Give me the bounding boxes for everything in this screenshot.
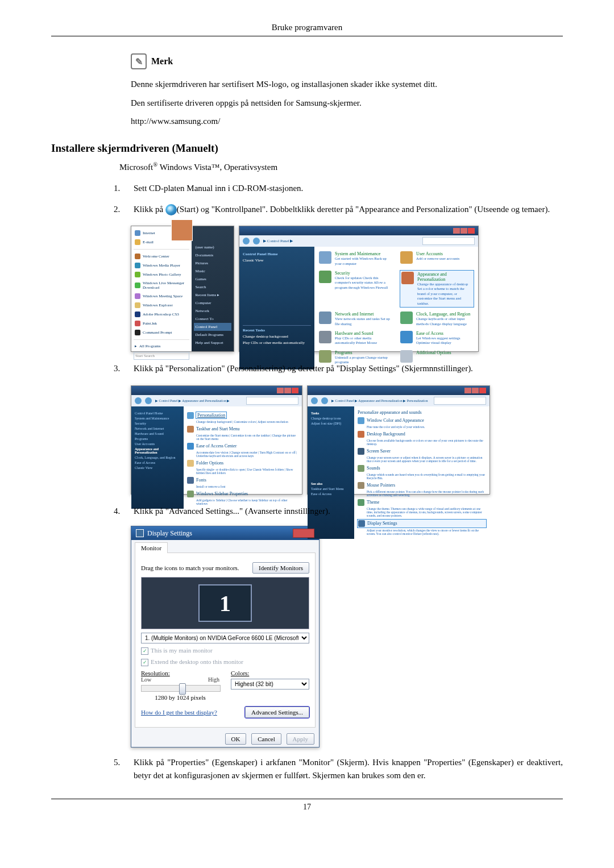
side-clock[interactable]: Clock, Language, and Region <box>135 456 180 459</box>
search-input[interactable] <box>434 397 486 405</box>
task-icons[interactable]: Change desktop icons <box>311 417 351 420</box>
link-personalization[interactable]: Personalization <box>187 412 298 419</box>
advanced-settings-button[interactable]: Advanced Settings... <box>245 707 309 718</box>
nav-back-icon[interactable] <box>311 397 318 404</box>
sm-meeting[interactable]: Windows Meeting Space <box>134 292 189 301</box>
sm-explorer[interactable]: Windows Explorer <box>134 301 189 310</box>
ease-icon <box>187 443 194 450</box>
sm-photo[interactable]: Windows Photo Gallery <box>134 270 189 279</box>
link-folder[interactable]: Folder Options <box>187 460 298 467</box>
sm-docs[interactable]: Documents <box>194 251 231 259</box>
cat-system[interactable]: System and MaintenanceGet started with W… <box>319 251 392 266</box>
nav-fwd-icon[interactable] <box>253 238 260 244</box>
side-sec[interactable]: Security <box>135 422 180 425</box>
cat-clock[interactable]: Clock, Language, and RegionChange keyboa… <box>400 312 474 326</box>
sm-recent[interactable]: Recent Items ▸ <box>194 291 231 299</box>
side-classic[interactable]: Classic View <box>135 466 180 470</box>
link-sounds[interactable]: Sounds <box>358 465 486 472</box>
breadcrumb[interactable]: ▶ Control Panel ▶ Appearance and Persona… <box>155 398 230 402</box>
chk-extend-label: Extend the desktop onto this monitor <box>151 658 243 665</box>
sm-user[interactable]: (user name) <box>194 243 231 251</box>
sm-paint[interactable]: Paint.lnk <box>134 319 189 328</box>
tab-monitor[interactable]: Monitor <box>135 542 168 553</box>
monitor-layout-area[interactable]: 1 <box>141 577 309 629</box>
link-sidebar[interactable]: Windows Sidebar Properties <box>187 491 298 497</box>
sm-msg[interactable]: Windows Live Messenger Download <box>134 279 189 292</box>
welcome-icon <box>135 254 140 259</box>
sm-pics[interactable]: Pictures <box>194 259 231 267</box>
cat-users[interactable]: User AccountsAdd or remove user accounts <box>400 251 474 266</box>
sm-games[interactable]: Games <box>194 275 231 283</box>
cat-network[interactable]: Network and InternetView network status … <box>319 312 392 326</box>
cp-side-title[interactable]: Control Panel Home <box>243 252 311 256</box>
side-ease[interactable]: Ease of Access <box>135 461 180 464</box>
sm-music[interactable]: Music <box>194 267 231 275</box>
help-link[interactable]: How do I get the best display? <box>141 709 217 716</box>
nav-fwd-icon[interactable] <box>321 397 328 404</box>
sm-search[interactable]: Search <box>194 283 231 291</box>
colors-select[interactable]: Highest (32 bit) <box>231 679 309 690</box>
page-number: 17 <box>303 803 311 811</box>
side-hw[interactable]: Hardware and Sound <box>135 432 180 435</box>
sm-allprograms[interactable]: ▸ All Programs <box>134 342 189 350</box>
link-ease[interactable]: Ease of Access Center <box>187 443 298 450</box>
close-icon[interactable] <box>293 529 314 538</box>
side-net[interactable]: Network and Internet <box>135 427 180 430</box>
link-mouse[interactable]: Mouse Pointers <box>358 482 486 489</box>
cat-ease[interactable]: Ease of AccessLet Windows suggest settin… <box>400 331 474 346</box>
sm-help[interactable]: Help and Support <box>194 339 231 347</box>
sm-defprog[interactable]: Default Programs <box>194 331 231 339</box>
cat-security[interactable]: SecurityCheck for updates Check this com… <box>319 271 392 307</box>
side-users[interactable]: User Accounts <box>135 442 180 446</box>
link-bg[interactable]: Desktop Background <box>358 431 486 438</box>
sm-wmp[interactable]: Windows Media Player <box>134 261 189 270</box>
nav-back-icon[interactable] <box>243 238 250 244</box>
cp-classic-view[interactable]: Classic View <box>243 258 311 263</box>
sm-connect[interactable]: Connect To <box>194 315 231 323</box>
cp-recent-0[interactable]: Change desktop background <box>243 334 311 339</box>
sm-network[interactable]: Network <box>194 307 231 315</box>
link-ss[interactable]: Screen Saver <box>358 448 486 455</box>
see-ease[interactable]: Ease of Access <box>311 492 351 496</box>
see-taskbar[interactable]: Taskbar and Start Menu <box>311 487 351 491</box>
search-input[interactable] <box>422 237 475 245</box>
step-2a: Klikk på <box>134 205 165 214</box>
side-appearance[interactable]: Appearance and Personalization <box>135 447 180 454</box>
nav-back-icon[interactable] <box>135 397 142 404</box>
side-prog[interactable]: Programs <box>135 437 180 441</box>
wmp-icon <box>135 263 140 268</box>
screens-row-1: Internet E-mail Welcome Center Windows M… <box>131 226 563 352</box>
meeting-icon <box>135 293 140 299</box>
start-search-input[interactable]: Start Search <box>134 352 189 360</box>
window-buttons[interactable] <box>464 388 486 393</box>
sm-controlpanel[interactable]: Control Panel <box>194 323 231 331</box>
window-buttons[interactable] <box>453 228 475 234</box>
breadcrumb[interactable]: ▶ Control Panel ▶ Appearance and Persona… <box>331 398 428 402</box>
monitor-1[interactable]: 1 <box>198 584 252 622</box>
breadcrumb[interactable]: ▶ Control Panel ▶ <box>263 239 293 243</box>
sm-computer[interactable]: Computer <box>194 299 231 307</box>
link-display-settings[interactable]: Display Settings <box>358 520 486 528</box>
identify-button[interactable]: Identify Monitors <box>252 562 309 574</box>
sm-ps[interactable]: Adobe Photoshop CS3 <box>134 310 189 319</box>
sm-welcome[interactable]: Welcome Center <box>134 252 189 261</box>
cp-recent-1[interactable]: Play CDs or other media automatically <box>243 340 311 345</box>
sm-cmd[interactable]: Command Prompt <box>134 328 189 337</box>
side-home[interactable]: Control Panel Home <box>135 412 180 415</box>
device-select[interactable]: 1. (Multiple Monitors) on NVIDIA GeForce… <box>141 633 309 643</box>
search-input[interactable] <box>246 397 298 405</box>
ok-button[interactable]: OK <box>225 733 247 745</box>
link-taskbar[interactable]: Taskbar and Start Menu <box>187 426 298 433</box>
cat-hardware[interactable]: Hardware and SoundPlay CDs or other medi… <box>319 331 392 346</box>
link-fonts[interactable]: Fonts <box>187 477 298 484</box>
slider-thumb[interactable] <box>179 683 186 695</box>
note-icon: ✎ <box>131 53 147 69</box>
resolution-slider[interactable] <box>141 685 221 692</box>
nav-fwd-icon[interactable] <box>145 397 152 404</box>
task-dpi[interactable]: Adjust font size (DPI) <box>311 422 351 425</box>
window-buttons[interactable] <box>277 388 298 393</box>
link-wca[interactable]: Window Color and Appearance <box>358 417 486 424</box>
cat-appearance[interactable]: Appearance and PersonalizationChange the… <box>400 271 474 307</box>
cancel-button[interactable]: Cancel <box>251 733 281 745</box>
side-sys[interactable]: System and Maintenance <box>135 417 180 420</box>
